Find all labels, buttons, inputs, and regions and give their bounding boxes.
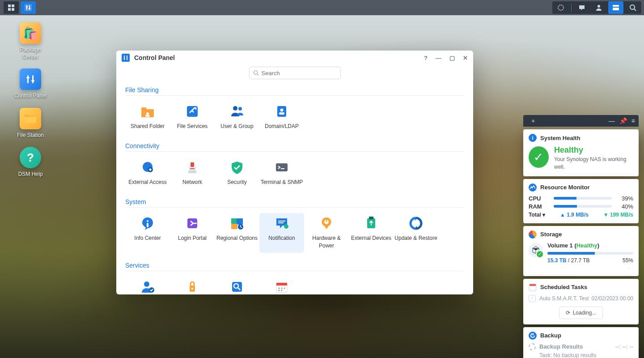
control-panel-item-application-privileges[interactable]: Application Privileges (170, 277, 215, 294)
monitor-icon (529, 183, 537, 192)
svg-point-38 (147, 220, 148, 222)
window-maximize-button[interactable]: ▢ (449, 55, 455, 61)
synology-account-icon (140, 279, 156, 294)
hardware-power-icon (318, 216, 335, 231)
net-download: ▼ 199 MB/s (603, 212, 633, 218)
control-panel-item-info-center[interactable]: Info Center (125, 213, 170, 252)
total-toggle[interactable]: Total ▾ (529, 212, 545, 218)
section-title: System (125, 198, 464, 205)
control-panel-item-security[interactable]: Security (215, 157, 259, 189)
widget-title: Resource Monitor (540, 184, 590, 191)
control-panel-item-hardware-power[interactable]: Hardware & Power (304, 213, 349, 252)
control-panel-item-update-restore[interactable]: Update & Restore (394, 213, 438, 252)
control-panel-item-label: Shared Folder (126, 123, 169, 130)
volume-label: Volume 1 (Healthy) (547, 242, 633, 249)
calendar-icon (529, 283, 537, 291)
control-panel-item-login-portal[interactable]: Login Portal (170, 213, 215, 252)
svg-rect-12 (613, 8, 619, 10)
svg-rect-5 (26, 5, 27, 10)
section-divider (125, 271, 464, 271)
control-panel-item-label: Login Portal (171, 234, 214, 242)
svg-rect-7 (26, 6, 28, 7)
svg-rect-65 (530, 284, 536, 286)
widgets-panel: + — 📌 ≡ iSystem Health ✓ Healthy Your Sy… (523, 115, 639, 358)
taskbar-search-icon[interactable] (625, 1, 640, 14)
svg-rect-17 (26, 77, 30, 78)
desktop-icon-package-center[interactable]: 🛍️ Package Center (13, 22, 48, 60)
health-status: Healthy (554, 145, 633, 155)
task-checkbox[interactable]: ✓ (529, 295, 536, 302)
ram-label: RAM (529, 203, 549, 210)
info-center-icon (140, 216, 156, 231)
svg-rect-30 (279, 112, 284, 115)
control-panel-item-synology-account[interactable]: Synology Account (125, 277, 170, 294)
control-panel-item-label: External Devices (350, 234, 393, 242)
scheduled-task-row[interactable]: ✓ Auto S.M.A.R.T. Test 02/02/2023 00:00 (529, 295, 633, 302)
control-panel-item-external-access[interactable]: External Access (125, 157, 170, 189)
desktop-icon-file-station[interactable]: File Station (13, 108, 48, 139)
taskbar-user-icon[interactable] (591, 1, 606, 14)
search-input[interactable] (262, 70, 337, 77)
control-panel-item-indexing-service[interactable]: Indexing Service (215, 277, 259, 294)
svg-rect-39 (147, 223, 148, 227)
search-box[interactable] (249, 67, 341, 79)
control-panel-item-terminal-snmp[interactable]: Terminal & SNMP (259, 157, 304, 189)
taskbar-notifications-icon[interactable] (574, 1, 589, 14)
widget-title: Storage (540, 231, 562, 238)
svg-rect-36 (276, 163, 288, 171)
control-panel-item-task-scheduler[interactable]: Task Scheduler (259, 277, 304, 294)
external-access-icon (140, 160, 156, 175)
control-panel-item-label: Info Center (126, 234, 169, 242)
taskbar-widgets-icon[interactable] (608, 1, 623, 14)
widgets-settings-button[interactable]: ≡ (631, 117, 635, 124)
window-help-button[interactable]: ? (424, 55, 428, 61)
svg-rect-66 (530, 286, 536, 290)
control-panel-item-network[interactable]: Network (170, 157, 215, 189)
widgets-panel-header[interactable]: + — 📌 ≡ (523, 115, 639, 127)
svg-rect-35 (190, 168, 195, 169)
control-panel-icon (122, 54, 130, 62)
control-panel-item-external-devices[interactable]: External Devices (349, 213, 394, 252)
info-icon: i (529, 134, 537, 142)
backup-timestamp: --: --: -- (615, 343, 633, 350)
control-panel-item-shared-folder[interactable]: Shared Folder (125, 101, 170, 133)
desktop-icon-dsm-help[interactable]: ? DSM Help (13, 147, 48, 178)
svg-point-27 (238, 107, 242, 111)
network-icon (184, 160, 200, 175)
control-panel-item-notification[interactable]: Notification (259, 213, 304, 252)
widgets-minimize-button[interactable]: — (609, 117, 615, 124)
svg-rect-20 (127, 55, 127, 60)
ram-bar (554, 205, 612, 208)
help-icon: ? (27, 151, 34, 165)
svg-line-14 (634, 9, 636, 11)
section-title: Services (125, 262, 464, 269)
desktop-icon-control-panel[interactable]: Control Panel (13, 68, 48, 100)
control-panel-item-regional-options[interactable]: Regional Options (215, 213, 259, 252)
svg-rect-45 (278, 221, 285, 222)
storage-expand-chevron[interactable]: ︿ (529, 264, 633, 271)
widget-storage: Storage Volume 1 (Healthy) 15.3 TB / 27.… (523, 226, 639, 276)
widgets-pin-button[interactable]: 📌 (619, 117, 627, 124)
widget-resource-monitor: Resource Monitor CPU 39% RAM 40% Total ▾… (523, 179, 639, 223)
control-panel-item-label: Hardware & Power (305, 234, 348, 249)
terminal-snmp-icon (274, 160, 290, 175)
svg-rect-11 (613, 5, 619, 7)
taskbar-app-control-panel[interactable] (21, 1, 36, 14)
window-close-button[interactable]: ✕ (463, 55, 468, 61)
svg-point-54 (191, 288, 193, 290)
window-minimize-button[interactable]: — (436, 55, 441, 61)
main-menu-button[interactable] (4, 1, 19, 14)
window-titlebar[interactable]: Control Panel ? — ▢ ✕ (116, 51, 473, 65)
domain-ldap-icon (274, 104, 290, 119)
control-panel-item-domain-ldap[interactable]: Domain/LDAP (259, 101, 304, 133)
cpu-value: 39% (616, 195, 633, 202)
control-panel-item-label: Terminal & SNMP (260, 179, 303, 186)
svg-point-63 (279, 290, 280, 291)
control-panel-item-user-group[interactable]: User & Group (215, 101, 259, 133)
control-panel-item-file-services[interactable]: File Services (170, 101, 215, 133)
widget-system-health: iSystem Health ✓ Healthy Your Synology N… (523, 129, 639, 176)
taskbar-activity-icon[interactable] (553, 1, 568, 14)
widgets-add-button[interactable]: + (531, 117, 535, 124)
backup-icon (529, 332, 537, 340)
storage-bar (547, 252, 633, 255)
